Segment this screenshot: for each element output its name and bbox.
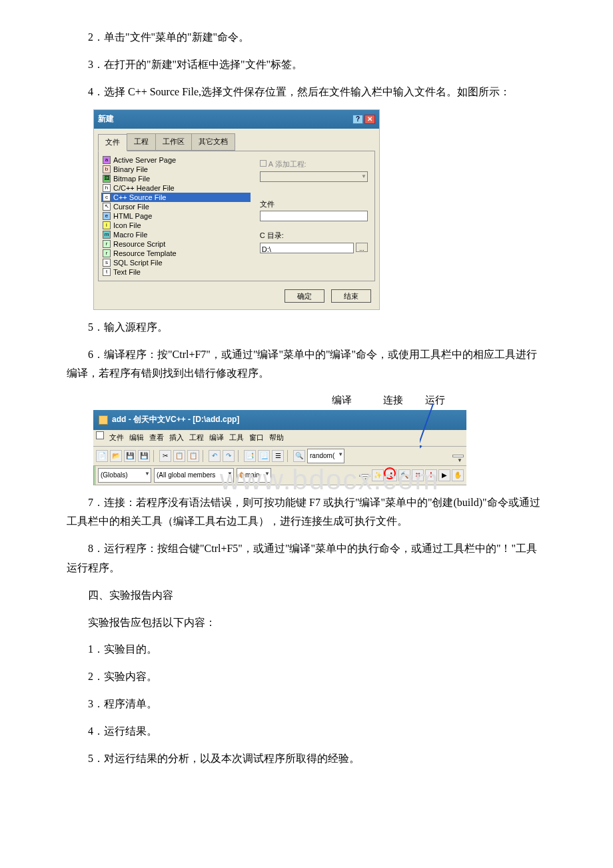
menu-insert[interactable]: 插入 [169, 431, 184, 445]
list-item[interactable]: ↖Cursor File [101, 202, 251, 211]
header-icon: h [103, 184, 111, 192]
wizard-icon[interactable]: ✨ [372, 469, 384, 481]
step-3: 3．在打开的"新建"对话框中选择"文件"标签。 [67, 55, 546, 75]
tab-file[interactable]: 文件 [98, 134, 127, 151]
redo-icon[interactable]: ↷ [223, 450, 235, 462]
help-button[interactable]: ? [352, 115, 363, 124]
paste-icon[interactable]: 📋 [187, 450, 199, 462]
list-item[interactable]: 🖼Bitmap File [101, 174, 251, 183]
filename-input[interactable] [260, 211, 368, 221]
menu-tools[interactable]: 工具 [229, 431, 244, 445]
menu-help[interactable]: 帮助 [269, 431, 284, 445]
html-icon: e [103, 212, 111, 220]
step-7: 7．连接：若程序没有语法错误，则可按功能键 F7 或执行"编译"菜单中的"创建(… [67, 493, 546, 532]
tab-row: 文件 工程 工作区 其它文档 [94, 131, 379, 151]
report-item-2: 2．实验内容。 [67, 667, 546, 687]
vc-app-icon [99, 415, 108, 425]
execute-icon[interactable]: ! [425, 469, 437, 481]
report-item-4: 4．运行结果。 [67, 722, 546, 741]
list-item[interactable]: tText File [101, 267, 251, 277]
cursor-icon: ↖ [103, 203, 111, 211]
macro-icon: m [103, 231, 111, 239]
dir-label: C 目录: [260, 229, 368, 243]
open-file-icon[interactable]: 📂 [110, 450, 122, 462]
file-type-list[interactable]: aActive Server Page bBinary File 🖼Bitmap… [99, 151, 253, 281]
close-button[interactable]: ✕ [364, 115, 375, 124]
output-icon[interactable]: 📃 [258, 450, 270, 462]
action-combo[interactable] [359, 474, 370, 477]
step-6: 6．编译程序：按"Ctrl+F7"，或通过"编译"菜单中的"编译"命令，或使用工… [67, 345, 546, 384]
report-item-5: 5．对运行结果的分析，以及本次调试程序所取得的经验。 [67, 749, 546, 769]
list-item[interactable]: iIcon File [101, 221, 251, 230]
dialog-titlebar: 新建 ? ✕ [94, 110, 379, 129]
report-item-1: 1．实验目的。 [67, 640, 546, 659]
report-intro: 实验报告应包括以下内容： [67, 613, 546, 633]
add-project-checkbox-label: A 添加工程: [260, 158, 368, 171]
cpp-icon: c [103, 193, 111, 201]
menu-edit[interactable]: 编辑 [129, 431, 144, 445]
find-icon[interactable]: 🔍 [293, 450, 305, 462]
menu-file[interactable]: 文件 [109, 431, 124, 445]
vc-title-text: add - 创天中文VC++ - [D:\add.cpp] [112, 413, 239, 427]
directory-input[interactable]: D:\ [260, 243, 354, 253]
red-circle-annotation [384, 467, 396, 479]
bitmap-icon: 🖼 [103, 175, 111, 183]
document-icon [96, 431, 104, 439]
list-item[interactable]: aActive Server Page [101, 155, 251, 165]
annot-link: 连接 [383, 391, 403, 409]
stop-build-icon[interactable]: ✖ [412, 469, 424, 481]
browse-button[interactable]: ... [356, 243, 368, 252]
menu-project[interactable]: 工程 [189, 431, 204, 445]
list-item[interactable]: rResource Template [101, 249, 251, 258]
section-4-heading: 四、实验报告内容 [67, 586, 546, 605]
function-combo[interactable]: main [237, 468, 271, 483]
cancel-button[interactable]: 结束 [331, 289, 371, 303]
workspace-icon[interactable]: 📑 [244, 450, 256, 462]
members-combo[interactable]: (All global members [154, 468, 234, 483]
vc-toolbar-main: 📄 📂 💾 💾 ✂ 📋 📋 ↶ ↷ 📑 📃 ☰ 🔍 random( [93, 447, 466, 466]
list-item[interactable]: rResource Script [101, 239, 251, 249]
window-list-icon[interactable]: ☰ [272, 450, 284, 462]
vcpp-window: add - 创天中文VC++ - [D:\add.cpp] 文件 编辑 查看 插… [93, 410, 466, 485]
report-item-3: 3．程序清单。 [67, 695, 546, 714]
list-item[interactable]: bBinary File [101, 165, 251, 174]
list-item-selected[interactable]: cC++ Source File [101, 193, 251, 202]
separator [287, 450, 290, 462]
tab-other[interactable]: 其它文档 [191, 133, 235, 151]
find-combo[interactable]: random( [307, 449, 344, 463]
tab-project[interactable]: 工程 [127, 133, 156, 151]
save-all-icon[interactable]: 💾 [138, 450, 150, 462]
globals-combo[interactable]: (Globals) [98, 468, 151, 483]
save-icon[interactable]: 💾 [124, 450, 136, 462]
toolbar-annotations: 编译 连接 运行 [93, 391, 546, 407]
breakpoint-icon[interactable]: ✋ [452, 469, 464, 481]
rct-icon: r [103, 249, 111, 257]
menu-view[interactable]: 查看 [149, 431, 164, 445]
vc-titlebar: add - 创天中文VC++ - [D:\add.cpp] [93, 410, 466, 430]
separator [153, 450, 156, 462]
checkbox-icon[interactable] [260, 160, 267, 167]
dialog-title-text: 新建 [98, 112, 114, 127]
build-icon[interactable]: 🔨 [398, 469, 410, 481]
copy-icon[interactable]: 📋 [173, 450, 185, 462]
go-icon[interactable]: ▶ [438, 469, 450, 481]
list-item[interactable]: sSQL Script File [101, 258, 251, 267]
list-item[interactable]: mMacro File [101, 230, 251, 239]
ok-button[interactable]: 确定 [285, 289, 324, 303]
separator [203, 450, 205, 462]
step-8: 8．运行程序：按组合键"Ctrl+F5"，或通过"编译"菜单中的执行命令，或通过… [67, 539, 546, 578]
list-item[interactable]: hC/C++ Header File [101, 183, 251, 193]
tab-workspace[interactable]: 工作区 [155, 133, 192, 151]
menu-window[interactable]: 窗口 [249, 431, 264, 445]
file-label: 文件 [260, 198, 368, 211]
undo-icon[interactable]: ↶ [209, 450, 221, 462]
config-combo[interactable] [452, 455, 464, 457]
new-file-icon[interactable]: 📄 [96, 450, 108, 462]
list-item[interactable]: eHTML Page [101, 211, 251, 221]
menu-build[interactable]: 编译 [209, 431, 224, 445]
project-combo: ▼ [260, 171, 368, 182]
rc-icon: r [103, 240, 111, 248]
vc-toolbar-wizard: (Globals) (All global members main ✨ ⬇ 🔨… [93, 466, 466, 485]
cut-icon[interactable]: ✂ [159, 450, 171, 462]
asp-icon: a [103, 156, 111, 164]
